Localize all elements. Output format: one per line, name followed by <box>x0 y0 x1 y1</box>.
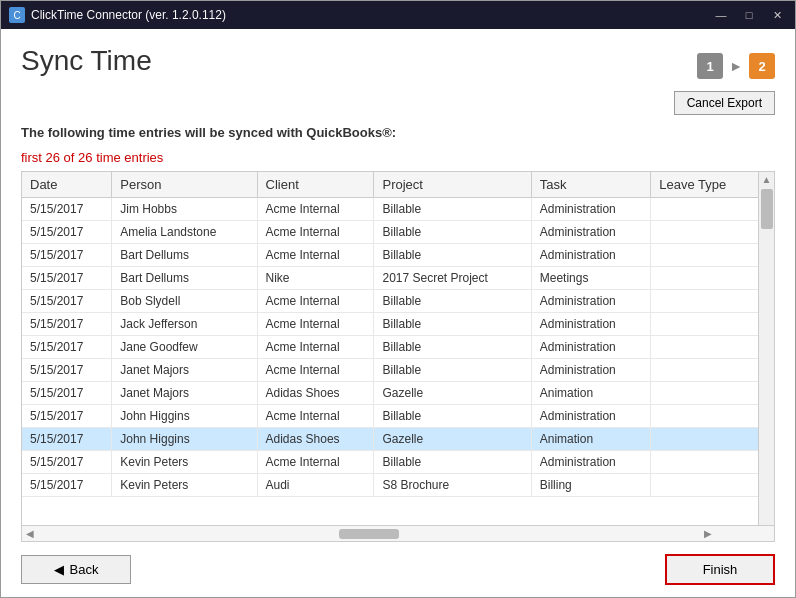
page-title: Sync Time <box>21 45 152 77</box>
table-cell: Acme Internal <box>257 198 374 221</box>
maximize-button[interactable]: □ <box>739 5 759 25</box>
table-cell: Animation <box>531 382 651 405</box>
header-section: Sync Time 1 ► 2 Cancel Export <box>1 29 795 125</box>
table-cell: Janet Majors <box>112 382 257 405</box>
table-wrapper[interactable]: Date Person Client Project Task Leave Ty… <box>22 172 758 525</box>
back-arrow-icon: ◀ <box>54 562 64 577</box>
scroll-up-arrow[interactable]: ▲ <box>762 174 772 185</box>
table-cell: Billable <box>374 198 531 221</box>
back-button[interactable]: ◀ Back <box>21 555 131 584</box>
table-cell: Acme Internal <box>257 290 374 313</box>
table-cell: 5/15/2017 <box>22 336 112 359</box>
data-table-container: Date Person Client Project Task Leave Ty… <box>21 171 775 542</box>
vertical-scrollbar[interactable]: ▲ <box>758 172 774 525</box>
close-button[interactable]: ✕ <box>767 5 787 25</box>
table-cell: Gazelle <box>374 382 531 405</box>
table-row[interactable]: 5/15/2017Janet MajorsAdidas ShoesGazelle… <box>22 382 758 405</box>
table-header: Date Person Client Project Task Leave Ty… <box>22 172 758 198</box>
table-cell: Administration <box>531 359 651 382</box>
h-scrollbar-thumb[interactable] <box>339 529 399 539</box>
table-cell: Jane Goodfew <box>112 336 257 359</box>
col-project: Project <box>374 172 531 198</box>
title-bar: C ClickTime Connector (ver. 1.2.0.112) —… <box>1 1 795 29</box>
table-cell: Billable <box>374 359 531 382</box>
table-cell: Administration <box>531 336 651 359</box>
step-arrow: ► <box>729 58 743 74</box>
table-body: 5/15/2017Jim HobbsAcme InternalBillableA… <box>22 198 758 497</box>
table-cell <box>651 405 758 428</box>
col-task: Task <box>531 172 651 198</box>
minimize-button[interactable]: — <box>711 5 731 25</box>
cancel-export-button[interactable]: Cancel Export <box>674 91 775 115</box>
table-cell: Administration <box>531 451 651 474</box>
table-cell: Gazelle <box>374 428 531 451</box>
table-cell: Billing <box>531 474 651 497</box>
table-cell: 5/15/2017 <box>22 474 112 497</box>
table-cell: Billable <box>374 405 531 428</box>
table-cell: Administration <box>531 198 651 221</box>
table-cell: Administration <box>531 313 651 336</box>
table-cell: Jack Jefferson <box>112 313 257 336</box>
table-cell: Nike <box>257 267 374 290</box>
table-cell: Adidas Shoes <box>257 382 374 405</box>
table-cell: Billable <box>374 451 531 474</box>
scroll-right-arrow[interactable]: ▶ <box>700 528 716 539</box>
table-row[interactable]: 5/15/2017Jack JeffersonAcme InternalBill… <box>22 313 758 336</box>
table-row[interactable]: 5/15/2017Janet MajorsAcme InternalBillab… <box>22 359 758 382</box>
table-cell <box>651 474 758 497</box>
table-cell <box>651 267 758 290</box>
time-entries-table: Date Person Client Project Task Leave Ty… <box>22 172 758 497</box>
table-cell <box>651 198 758 221</box>
table-cell: Bart Dellums <box>112 244 257 267</box>
table-cell: Administration <box>531 244 651 267</box>
table-cell: 5/15/2017 <box>22 290 112 313</box>
table-cell: 5/15/2017 <box>22 198 112 221</box>
scroll-left-arrow[interactable]: ◀ <box>22 528 38 539</box>
horizontal-scrollbar[interactable]: ◀ ▶ <box>22 525 774 541</box>
sub-header: The following time entries will be synce… <box>1 125 795 146</box>
description-text: The following time entries will be synce… <box>21 125 396 140</box>
table-row[interactable]: 5/15/2017Bart DellumsAcme InternalBillab… <box>22 244 758 267</box>
table-cell <box>651 451 758 474</box>
footer: ◀ Back Finish <box>1 542 795 597</box>
table-row[interactable]: 5/15/2017Bart DellumsNike2017 Secret Pro… <box>22 267 758 290</box>
table-row[interactable]: 5/15/2017Jim HobbsAcme InternalBillableA… <box>22 198 758 221</box>
table-row[interactable]: 5/15/2017Jane GoodfewAcme InternalBillab… <box>22 336 758 359</box>
table-cell: 5/15/2017 <box>22 267 112 290</box>
scrollbar-thumb[interactable] <box>761 189 773 229</box>
header-row: Date Person Client Project Task Leave Ty… <box>22 172 758 198</box>
table-row[interactable]: 5/15/2017John HigginsAdidas ShoesGazelle… <box>22 428 758 451</box>
table-cell: Administration <box>531 221 651 244</box>
table-cell <box>651 359 758 382</box>
table-cell: 2017 Secret Project <box>374 267 531 290</box>
app-window: C ClickTime Connector (ver. 1.2.0.112) —… <box>0 0 796 598</box>
table-cell: Billable <box>374 336 531 359</box>
finish-button[interactable]: Finish <box>665 554 775 585</box>
table-cell: Acme Internal <box>257 451 374 474</box>
table-cell: Administration <box>531 290 651 313</box>
table-cell: 5/15/2017 <box>22 244 112 267</box>
table-cell: Acme Internal <box>257 405 374 428</box>
table-cell: Billable <box>374 290 531 313</box>
table-cell: Meetings <box>531 267 651 290</box>
step-indicator: 1 ► 2 <box>697 53 775 79</box>
table-row[interactable]: 5/15/2017Amelia LandstoneAcme InternalBi… <box>22 221 758 244</box>
table-cell: Acme Internal <box>257 313 374 336</box>
table-cell: Acme Internal <box>257 336 374 359</box>
window-title: ClickTime Connector (ver. 1.2.0.112) <box>31 8 711 22</box>
table-cell: Acme Internal <box>257 221 374 244</box>
col-leave-type: Leave Type <box>651 172 758 198</box>
table-cell <box>651 244 758 267</box>
table-row[interactable]: 5/15/2017Kevin PetersAcme InternalBillab… <box>22 451 758 474</box>
table-cell: John Higgins <box>112 428 257 451</box>
entry-count-text: first 26 of 26 time entries <box>1 146 795 171</box>
table-cell: Billable <box>374 221 531 244</box>
table-row[interactable]: 5/15/2017Bob SlydellAcme InternalBillabl… <box>22 290 758 313</box>
table-row[interactable]: 5/15/2017Kevin PetersAudiS8 BrochureBill… <box>22 474 758 497</box>
step-2-circle: 2 <box>749 53 775 79</box>
table-cell: 5/15/2017 <box>22 451 112 474</box>
table-row[interactable]: 5/15/2017John HigginsAcme InternalBillab… <box>22 405 758 428</box>
table-cell: Kevin Peters <box>112 451 257 474</box>
table-cell: Jim Hobbs <box>112 198 257 221</box>
table-cell: Acme Internal <box>257 244 374 267</box>
